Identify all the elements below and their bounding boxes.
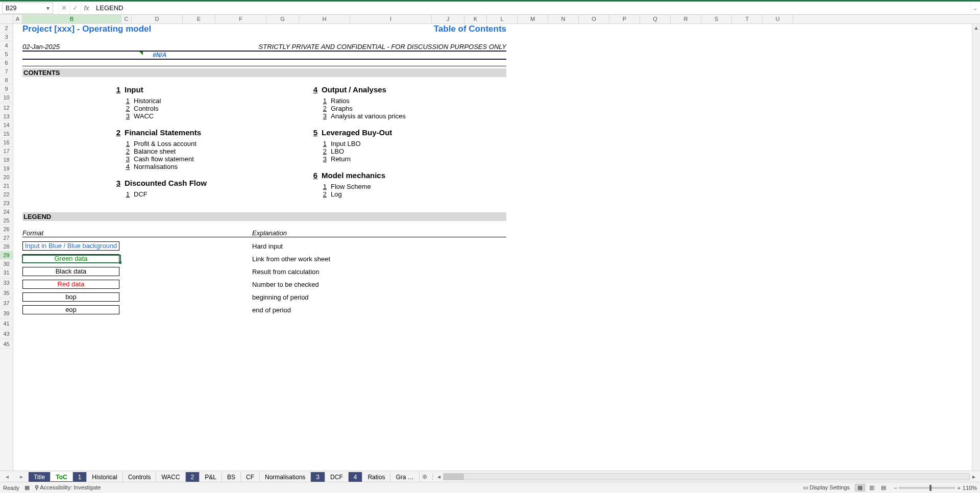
sheet-tab[interactable]: Normalisations [260,472,311,482]
row-header-22[interactable]: 22 [0,190,13,199]
display-settings[interactable]: ▭ Display Settings [803,484,850,491]
row-header-18[interactable]: 18 [0,156,13,164]
horizontal-scrollbar[interactable]: ◂ ▸ [433,473,980,480]
toc-link[interactable]: Log [331,190,342,198]
row-header-24[interactable]: 24 [0,208,13,216]
tab-nav-next-icon[interactable]: ▸ [20,473,23,480]
row-header-14[interactable]: 14 [0,121,13,130]
hscroll-left-icon[interactable]: ◂ [435,473,443,480]
col-header-L[interactable]: L [487,15,518,23]
zoom-in-icon[interactable]: + [957,485,960,491]
sheet-tab[interactable]: CF [241,472,260,482]
zoom-out-icon[interactable]: − [894,485,897,491]
sheet-tab[interactable]: P&L [200,472,222,482]
row-header-45[interactable]: 45 [0,340,13,349]
col-header-H[interactable]: H [299,15,350,23]
sheet-tab[interactable]: 4 [349,472,363,482]
row-header-21[interactable]: 21 [0,182,13,190]
col-header-F[interactable]: F [215,15,266,23]
formula-expand-icon[interactable]: ⌄ [970,4,980,12]
col-header-M[interactable]: M [518,15,548,23]
macro-record-icon[interactable]: ▦ [24,484,30,491]
add-sheet-icon[interactable]: ⊕ [420,473,430,480]
select-all-corner[interactable] [0,15,13,23]
row-header-23[interactable]: 23 [0,199,13,208]
sheet-tab[interactable]: ToC [51,472,72,482]
row-header-19[interactable]: 19 [0,164,13,173]
col-header-D[interactable]: D [132,15,183,23]
col-header-P[interactable]: P [609,15,640,23]
sheet-tab[interactable]: Historical [87,472,122,482]
col-header-A[interactable]: A [13,15,22,23]
toc-link[interactable]: Flow Scheme [331,183,371,190]
row-header-41[interactable]: 41 [0,319,13,328]
row-header-20[interactable]: 20 [0,173,13,182]
accept-formula-icon[interactable]: ✓ [69,3,81,14]
sheet-tab[interactable]: 1 [73,472,87,482]
row-header-39[interactable]: 39 [0,309,13,318]
toc-link[interactable]: Analysis at various prices [331,112,406,120]
sheet-tab[interactable]: Gra … [390,472,419,482]
row-header-35[interactable]: 35 [0,289,13,298]
row-header-9[interactable]: 9 [0,85,13,93]
toc-link[interactable]: Graphs [331,105,353,112]
sheet-tab[interactable]: WACC [156,472,185,482]
row-header-26[interactable]: 26 [0,225,13,234]
row-header-30[interactable]: 30 [0,260,13,268]
toc-link[interactable]: Normalisations [134,163,178,170]
toc-link[interactable]: Historical [134,97,161,105]
toc-link[interactable]: Controls [134,105,158,112]
row-header-16[interactable]: 16 [0,138,13,147]
error-triangle-icon[interactable] [139,52,143,55]
row-header-12[interactable]: 12 [0,104,13,112]
toc-link[interactable]: LBO [331,147,344,155]
cells-area[interactable]: Project [xxx] - Operating model Table of… [13,24,980,471]
sheet-tab[interactable]: DCF [325,472,349,482]
page-layout-view-icon[interactable]: ▥ [867,484,877,491]
accessibility-status[interactable]: ⚲ Accessibility: Investigate [35,484,101,491]
zoom-slider[interactable] [899,487,955,489]
col-header-S[interactable]: S [701,15,732,23]
row-header-28[interactable]: 28 [0,242,13,251]
row-header-8[interactable]: 8 [0,76,13,85]
row-header-3[interactable]: 3 [0,33,13,41]
normal-view-icon[interactable]: ▦ [855,484,865,491]
toc-link[interactable]: Input LBO [331,140,361,147]
toc-link[interactable]: Return [331,155,351,163]
row-header-10[interactable]: 10 [0,93,13,102]
toc-link[interactable]: Balance sheet [134,147,176,155]
row-header-31[interactable]: 31 [0,268,13,277]
row-header-25[interactable]: 25 [0,216,13,225]
name-box[interactable]: B29 ▾ [2,3,53,14]
scroll-up-icon[interactable]: ▲ [972,24,980,32]
col-header-C[interactable]: C [121,15,132,23]
col-header-O[interactable]: O [579,15,609,23]
col-header-G[interactable]: G [266,15,299,23]
row-header-29[interactable]: 29 [0,251,13,260]
row-header-43[interactable]: 43 [0,330,13,338]
row-header-17[interactable]: 17 [0,147,13,156]
row-header-37[interactable]: 37 [0,299,13,308]
col-header-E[interactable]: E [183,15,215,23]
row-header-13[interactable]: 13 [0,112,13,121]
sheet-tab[interactable]: Title [29,472,51,482]
cancel-formula-icon[interactable]: ✕ [58,3,69,14]
zoom-control[interactable]: − + 110% [894,485,977,491]
vertical-scrollbar[interactable]: ▲ [972,24,980,471]
toc-link[interactable]: WACC [134,112,154,120]
col-header-Q[interactable]: Q [640,15,671,23]
toc-link[interactable]: Profit & Loss account [134,140,197,147]
row-header-4[interactable]: 4 [0,41,13,50]
formula-input[interactable] [92,3,970,14]
col-header-N[interactable]: N [548,15,579,23]
toc-link[interactable]: DCF [134,190,148,198]
row-header-33[interactable]: 33 [0,279,13,287]
hscroll-right-icon[interactable]: ▸ [970,473,978,480]
col-header-I[interactable]: I [350,15,432,23]
col-header-R[interactable]: R [671,15,701,23]
toc-link[interactable]: Ratios [331,97,350,105]
row-header-2[interactable]: 2 [0,24,13,33]
name-box-dropdown-icon[interactable]: ▾ [44,4,52,12]
sheet-tab[interactable]: Ratios [362,472,390,482]
view-buttons[interactable]: ▦ ▥ ▤ [855,484,889,491]
